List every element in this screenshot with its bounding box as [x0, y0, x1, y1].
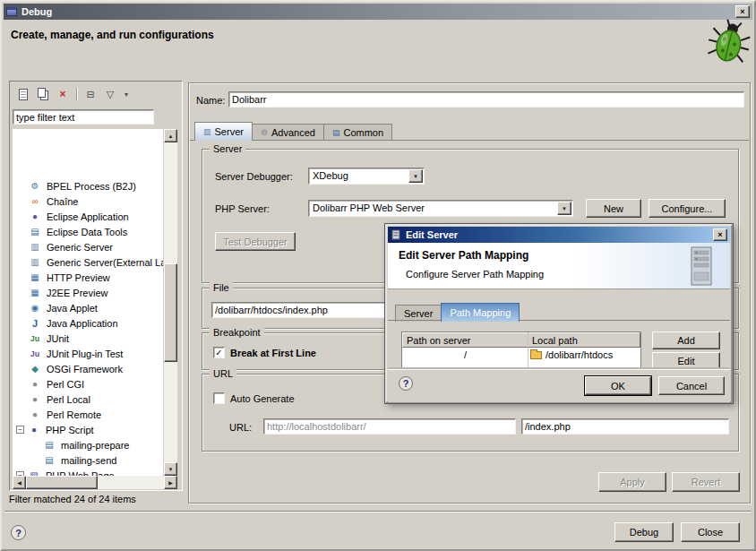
close-dialog-button[interactable]: ×	[713, 228, 727, 241]
scroll-left-icon[interactable]: ◀	[13, 476, 26, 489]
dialog-tabs: Server Path Mapping	[395, 303, 520, 322]
tree-item[interactable]: ▥Generic Server(External La	[13, 254, 164, 270]
tree-item[interactable]: ●Perl Remote	[13, 407, 164, 422]
url-path-input[interactable]	[521, 418, 729, 435]
break-first-line-label: Break at First Line	[230, 348, 316, 358]
tree-item[interactable]: ◉Java Applet	[13, 300, 164, 315]
cancel-button[interactable]: Cancel	[658, 376, 725, 395]
tree-item[interactable]: ⚙BPEL Process (B2J)	[13, 178, 164, 194]
auto-generate-checkbox[interactable]	[213, 392, 225, 404]
scroll-right-icon[interactable]: ▶	[164, 476, 177, 489]
tree-item[interactable]: ●Eclipse Application	[13, 209, 164, 224]
edit-server-icon	[391, 229, 401, 240]
table-cell-local-path[interactable]: /dolibarr/htdocs	[528, 348, 640, 362]
break-first-line-checkbox[interactable]: ✓	[213, 347, 225, 358]
ok-button[interactable]: OK	[585, 376, 651, 395]
close-window-button[interactable]: ×	[735, 5, 750, 18]
configure-server-button[interactable]: Configure...	[649, 199, 726, 218]
tree-item[interactable]: ▤Eclipse Data Tools	[13, 224, 164, 239]
column-header-local-path[interactable]: Local path	[528, 332, 640, 348]
tree-item[interactable]: ▥Generic Server	[13, 239, 164, 254]
file-group-title: File	[210, 282, 233, 293]
configurations-toolbar: × ⊟ ▽ ▾	[12, 83, 180, 105]
filter-options-button[interactable]: ▽	[102, 86, 118, 102]
test-debugger-button: Test Debugger	[215, 232, 296, 251]
help-icon: ?	[403, 378, 409, 389]
column-divider	[528, 332, 528, 372]
edit-mapping-button[interactable]: Edit	[652, 352, 720, 370]
filter-input[interactable]	[13, 109, 154, 125]
chevron-down-icon[interactable]: ▼	[557, 202, 571, 215]
auto-generate-label: Auto Generate	[230, 393, 295, 404]
dialog-tab-path-mapping[interactable]: Path Mapping	[441, 303, 520, 322]
scroll-down-icon[interactable]: ▼	[164, 462, 177, 476]
tree-item[interactable]: JuJUnit	[13, 331, 164, 346]
scrollbar-thumb[interactable]	[164, 263, 177, 362]
duplicate-configuration-button[interactable]	[35, 86, 51, 102]
toolbar-separator	[76, 88, 77, 100]
path-mapping-table: Path on server Local path / /dolibarr/ht…	[401, 331, 641, 373]
tree-item[interactable]: −▧PHP Web Page	[13, 468, 164, 476]
config-tabs: ▥Server ⚙Advanced ▤Common	[194, 122, 392, 141]
table-cell-server-path[interactable]: /	[402, 348, 528, 362]
junit-icon: Ju	[29, 334, 41, 343]
tree-item[interactable]: JJava Application	[13, 315, 164, 331]
php-server-label: PHP Server:	[215, 203, 270, 214]
tab-common[interactable]: ▤Common	[323, 124, 392, 141]
scrollbar-thumb[interactable]	[26, 476, 98, 489]
scroll-up-icon[interactable]: ▲	[164, 129, 177, 142]
help-button[interactable]: ?	[11, 525, 26, 540]
tab-server[interactable]: ▥Server	[194, 122, 253, 141]
page-title: Create, manage, and run configurations	[11, 29, 214, 41]
name-input[interactable]	[228, 91, 744, 108]
dialog-button-bar: ? OK Cancel	[388, 369, 730, 402]
add-mapping-button[interactable]: Add	[652, 331, 720, 349]
tree-item[interactable]: ▦J2EE Preview	[13, 285, 164, 300]
tab-advanced[interactable]: ⚙Advanced	[252, 124, 324, 141]
server-debugger-select[interactable]: XDebug ▼	[308, 168, 425, 185]
tree-item[interactable]: ▤mailing-prepare	[13, 437, 164, 452]
generic-server-icon: ▥	[29, 242, 41, 252]
chain-icon: ∞	[29, 196, 41, 206]
configuration-tree: ⚙BPEL Process (B2J) ∞Chaîne ●Eclipse App…	[13, 129, 164, 476]
tree-item[interactable]: ▦HTTP Preview	[13, 270, 164, 285]
tree-item[interactable]: JuJUnit Plug-in Test	[13, 346, 164, 361]
collapse-toggle-icon[interactable]: −	[16, 426, 24, 434]
tree-vertical-scrollbar[interactable]: ▲ ▼	[164, 129, 177, 476]
tree-item[interactable]: ●Perl CGI	[13, 376, 164, 392]
tree-item[interactable]: ●Perl Local	[13, 392, 164, 407]
dialog-titlebar[interactable]: Edit Server ×	[388, 227, 730, 243]
tree-item[interactable]: ▤mailing-send	[13, 452, 164, 468]
name-label: Name:	[196, 95, 225, 106]
new-server-button[interactable]: New	[586, 199, 641, 218]
perl-local-icon: ●	[29, 394, 41, 404]
column-header-path-on-server[interactable]: Path on server	[402, 332, 528, 348]
breakpoint-group-title: Breakpoint	[210, 327, 264, 338]
new-configuration-button[interactable]	[15, 86, 31, 102]
tree-item[interactable]: −●PHP Script	[13, 422, 164, 437]
tab-divider	[190, 140, 749, 141]
tree-item[interactable]: ∞Chaîne	[13, 194, 164, 209]
close-icon: ×	[717, 230, 722, 239]
duplicate-icon	[38, 88, 46, 98]
folder-icon	[530, 351, 542, 359]
tree-horizontal-scrollbar[interactable]: ◀ ▶	[13, 476, 177, 489]
close-button[interactable]: Close	[681, 522, 740, 542]
toolbar-menu-button[interactable]: ▾	[122, 86, 131, 102]
dialog-help-button[interactable]: ?	[399, 376, 413, 391]
collapse-all-button[interactable]: ⊟	[82, 86, 99, 102]
window-titlebar[interactable]: Debug ×	[4, 4, 752, 20]
tree-item[interactable]: ◆OSGi Framework	[13, 361, 164, 376]
dialog-title: Edit Server	[406, 229, 458, 240]
dialog-tab-divider	[388, 320, 730, 321]
generic-server-external-icon: ▥	[29, 257, 41, 267]
dialog-header: Edit Server Path Mapping Configure Serve…	[388, 243, 730, 289]
edit-server-dialog: Edit Server × Edit Server Path Mapping C…	[385, 224, 733, 403]
delete-configuration-button[interactable]: ×	[55, 86, 71, 102]
dialog-heading: Edit Server Path Mapping	[399, 249, 528, 262]
php-file-icon: ▤	[43, 455, 56, 465]
debug-button[interactable]: Debug	[614, 522, 674, 542]
server-image	[685, 245, 716, 288]
chevron-down-icon[interactable]: ▼	[408, 169, 423, 183]
php-server-select[interactable]: Dolibarr PHP Web Server ▼	[308, 200, 573, 217]
